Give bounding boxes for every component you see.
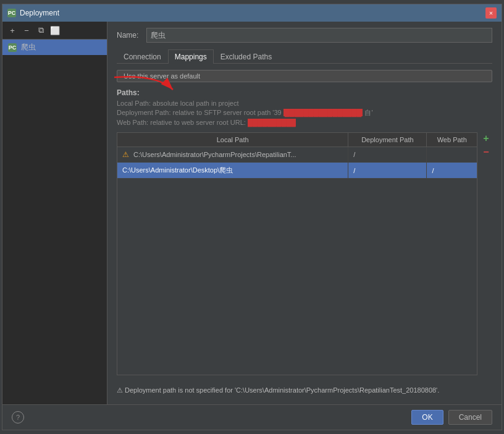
use-default-button[interactable]: Use this server as default — [117, 70, 492, 82]
tab-content: Use this server as default Paths: Local … — [117, 70, 492, 398]
add-mapping-button[interactable]: + — [480, 132, 492, 145]
title-bar: PC Deployment × — [2, 4, 502, 22]
ok-button[interactable]: OK — [411, 410, 443, 425]
footer-left: ? — [12, 411, 24, 423]
col-deployment-path: Deployment Path — [348, 133, 427, 147]
add-server-button[interactable]: + — [6, 24, 19, 36]
dialog-body: + − ⧉ ⬜ PC 爬虫 Name: Connection Map — [2, 22, 502, 404]
app-icon: PC — [7, 9, 16, 17]
warning-message: ⚠ Deployment path is not specified for '… — [117, 386, 439, 394]
tab-mappings[interactable]: Mappings — [168, 49, 214, 64]
remove-server-button[interactable]: − — [20, 24, 33, 36]
table-row[interactable]: ⚠ C:\Users\Administrator\PycharmProjects… — [117, 147, 477, 163]
main-content: Name: Connection Mappings Excluded Paths… — [107, 22, 502, 404]
tab-connection[interactable]: Connection — [117, 49, 168, 64]
table-header-row: Local Path Deployment Path Web Path — [117, 133, 477, 147]
title-bar-left: PC Deployment — [7, 9, 59, 17]
row1-deployment-path: / — [348, 147, 427, 163]
deployment-path-desc: Deployment Path: relative to SFTP server… — [117, 108, 492, 117]
col-local-path: Local Path — [117, 133, 348, 147]
paths-section: Paths: Local Path: absolute local path i… — [117, 88, 492, 127]
server-icon: PC — [7, 43, 17, 53]
move-server-button[interactable]: ⬜ — [49, 24, 61, 36]
copy-server-button[interactable]: ⧉ — [35, 24, 47, 36]
tab-bar: Connection Mappings Excluded Paths — [117, 49, 492, 64]
sidebar-toolbar: + − ⧉ ⬜ — [2, 22, 107, 40]
row2-deployment-path: / — [348, 163, 427, 179]
mappings-table-wrapper: Local Path Deployment Path Web Path ⚠ C:… — [117, 132, 492, 375]
name-input[interactable] — [146, 28, 492, 43]
footer-right: OK Cancel — [411, 410, 492, 425]
remove-mapping-button[interactable]: − — [480, 146, 492, 158]
web-path-redacted: ██████████ — [248, 119, 296, 126]
name-label: Name: — [117, 31, 141, 40]
table-row[interactable]: C:\Users\Administrator\Desktop\爬虫 / / — [117, 163, 477, 179]
name-row: Name: — [117, 28, 492, 43]
col-web-path: Web Path — [427, 133, 477, 147]
mappings-table-container: Local Path Deployment Path Web Path ⚠ C:… — [117, 132, 477, 375]
close-button[interactable]: × — [485, 7, 497, 19]
cancel-button[interactable]: Cancel — [448, 410, 492, 425]
sidebar: + − ⧉ ⬜ PC 爬虫 — [2, 22, 107, 404]
deployment-dialog: PC Deployment × + − ⧉ ⬜ PC 爬虫 N — [2, 4, 502, 430]
paths-label: Paths: — [117, 88, 492, 97]
warning-bar: ⚠ Deployment path is not specified for '… — [117, 383, 492, 398]
dialog-title: Deployment — [20, 9, 59, 17]
sidebar-item-server[interactable]: PC 爬虫 — [2, 40, 107, 55]
mappings-table: Local Path Deployment Path Web Path ⚠ C:… — [117, 133, 477, 179]
row1-web-path — [427, 147, 477, 163]
tab-excluded-paths[interactable]: Excluded Paths — [214, 49, 279, 64]
footer: ? OK Cancel — [2, 404, 502, 430]
deployment-path-redacted: ████████████████ — [284, 109, 363, 116]
table-side-actions: + − — [477, 132, 492, 375]
help-button[interactable]: ? — [12, 411, 24, 423]
row2-local-path: C:\Users\Administrator\Desktop\爬虫 — [117, 163, 348, 179]
web-path-desc: Web Path: relative to web server root UR… — [117, 119, 492, 126]
local-path-desc: Local Path: absolute local path in proje… — [117, 100, 492, 107]
warning-icon: ⚠ — [122, 150, 129, 159]
row1-local-path: ⚠ C:\Users\Administrator\PycharmProjects… — [117, 147, 348, 163]
sidebar-item-label: 爬虫 — [21, 42, 36, 53]
row2-web-path: / — [427, 163, 477, 179]
